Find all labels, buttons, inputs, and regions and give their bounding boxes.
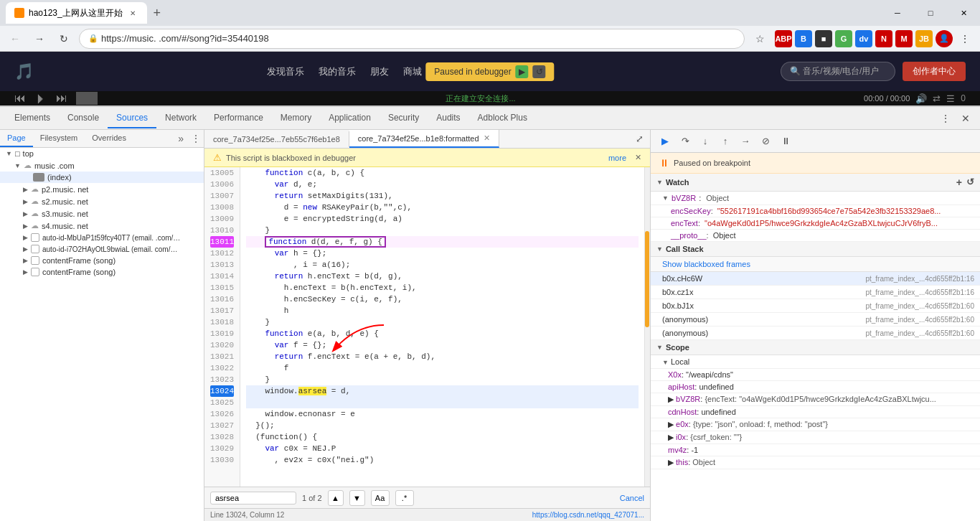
sk-bvz8r-expand[interactable]: ▶ (668, 395, 674, 403)
rt-pause-btn[interactable]: ▶ (656, 133, 674, 150)
search-next-btn[interactable]: ▼ (349, 490, 365, 506)
tab-close-button[interactable]: ✕ (127, 7, 138, 19)
scope-section-header[interactable]: ▼ Scope (651, 340, 980, 355)
sk-e0x-expand[interactable]: ▶ (668, 420, 674, 428)
watch-add-icon[interactable]: + (956, 177, 962, 188)
back-button[interactable]: ← (6, 29, 24, 48)
rt-stepout-btn[interactable]: ↑ (717, 133, 734, 150)
rt-step-btn[interactable]: → (737, 133, 754, 150)
watch-refresh-icon[interactable]: ↺ (966, 177, 974, 188)
debugger-resume-btn[interactable]: ▶ (516, 65, 529, 78)
ext-dv[interactable]: dv (855, 30, 872, 47)
watch-expand-bvz8r[interactable]: ▼ bVZ8R: Object (662, 194, 974, 202)
sk-this-expand[interactable]: ▶ (668, 458, 674, 466)
ext-n[interactable]: N (875, 30, 892, 47)
tab-security[interactable]: Security (380, 108, 428, 128)
player-shuffle[interactable]: ⇄ (933, 93, 941, 104)
ext-g[interactable]: G (835, 30, 852, 47)
tree-item-index[interactable]: (index) (0, 172, 204, 183)
tab-performance[interactable]: Performance (205, 108, 272, 128)
ext-jb[interactable]: JB (915, 30, 933, 47)
tab-adblock[interactable]: Adblock Plus (469, 108, 536, 128)
forward-button[interactable]: → (30, 29, 49, 48)
minimize-button[interactable]: ─ (881, 0, 914, 26)
tree-item-auto2[interactable]: ▶ auto-id-i7O2HAyOtL9bwiaL (email. com/… (0, 243, 204, 255)
site-search-box[interactable]: 🔍 音乐/视频/电台/用户 (781, 62, 895, 81)
left-tab-overrides[interactable]: Overrides (85, 130, 133, 147)
tab-audits[interactable]: Audits (428, 108, 468, 128)
source-tab-2[interactable]: core_7a734ef25e...b1e8:formatted ✕ (349, 130, 499, 148)
create-center-btn[interactable]: 创作者中心 (903, 62, 966, 81)
rt-stepover-btn[interactable]: ↷ (677, 133, 694, 150)
rt-stepinto-btn[interactable]: ↓ (697, 133, 714, 150)
tab-console[interactable]: Console (59, 108, 108, 128)
tab-sources[interactable]: Sources (108, 108, 156, 128)
tree-item-s4[interactable]: ▶ ☁ s4.music. net (0, 220, 204, 232)
tree-item-p2[interactable]: ▶ ☁ p2.music. net (0, 183, 204, 195)
tree-item-s2[interactable]: ▶ ☁ s2.music. net (0, 195, 204, 207)
cs-item-3[interactable]: b0x.bJ1x pt_frame_index_...4cd655ff2b1:6… (651, 299, 980, 313)
search-input[interactable] (210, 492, 296, 504)
code-lines[interactable]: function c(a, b, c) { var d, e; return s… (240, 167, 644, 487)
warning-more-link[interactable]: more (608, 154, 626, 162)
tab-network[interactable]: Network (156, 108, 205, 128)
player-vol[interactable]: 🔊 (915, 93, 927, 104)
tree-item-content1[interactable]: ▶ contentFrame (song) (0, 255, 204, 266)
tree-item-s3[interactable]: ▶ ☁ s3.music. net (0, 207, 204, 220)
url-box[interactable]: 🔒 https://music. .com/#/song?id=35440198 (79, 29, 745, 49)
prev-btn[interactable]: ⏮ (14, 92, 26, 105)
search-case-btn[interactable]: Aa (371, 490, 390, 506)
maximize-button[interactable]: □ (914, 0, 947, 26)
show-blackboxed-btn[interactable]: Show blackboxed frames (651, 257, 980, 272)
nav-shop[interactable]: 商城 (403, 65, 422, 78)
source-expand-btn[interactable]: ⤢ (631, 131, 647, 147)
source-tab-2-close[interactable]: ✕ (484, 133, 490, 143)
reload-button[interactable]: ↻ (55, 29, 73, 48)
ext-user[interactable]: 👤 (936, 30, 953, 47)
callstack-section-header[interactable]: ▼ Call Stack (651, 242, 980, 257)
scope-local-header[interactable]: ▼ Local (651, 355, 980, 369)
bookmark-button[interactable]: ☆ (750, 29, 769, 48)
next-btn[interactable]: ⏭ (56, 92, 67, 105)
nav-mymusic[interactable]: 我的音乐 (319, 65, 356, 78)
nav-friends[interactable]: 朋友 (370, 65, 389, 78)
search-regex-btn[interactable]: .* (395, 490, 414, 506)
cs-item-2[interactable]: b0x.cz1x pt_frame_index_...4cd655ff2b1:1… (651, 286, 980, 299)
menu-button[interactable]: ⋮ (956, 29, 974, 48)
cs-item-1[interactable]: b0x.cHc6W pt_frame_index_...4cd655ff2b1:… (651, 272, 980, 286)
ext-m[interactable]: M (895, 30, 913, 47)
tab-application[interactable]: Application (320, 108, 380, 128)
cs-item-4[interactable]: (anonymous) pt_frame_index_...4cd655ff2b… (651, 313, 980, 327)
ext-abp[interactable]: ABP (775, 30, 792, 47)
rt-pause-exceptions-btn[interactable]: ⏸ (777, 133, 794, 150)
tree-item-content2[interactable]: ▶ contentFrame (song) (0, 266, 204, 278)
left-panel-more-btn[interactable]: » ⋮ (174, 130, 204, 147)
tree-item-top[interactable]: ▼ □ top (0, 148, 204, 159)
debugger-step-btn[interactable]: ↺ (533, 65, 546, 78)
ext-r[interactable]: ■ (815, 30, 832, 47)
close-button[interactable]: ✕ (947, 0, 980, 26)
left-tab-filesystem[interactable]: Filesystem (33, 130, 85, 147)
new-tab-button[interactable]: + (147, 3, 167, 23)
tab-elements[interactable]: Elements (6, 108, 59, 128)
devtools-settings-btn[interactable]: ⋮ (937, 110, 954, 127)
rt-deactivate-btn[interactable]: ⊘ (757, 133, 774, 150)
watch-add-btn[interactable]: + ↺ (956, 177, 974, 188)
tab-memory[interactable]: Memory (272, 108, 320, 128)
nav-discover[interactable]: 发现音乐 (267, 65, 304, 78)
ext-b[interactable]: B (795, 30, 812, 47)
left-tab-page[interactable]: Page (0, 130, 33, 147)
active-tab[interactable]: hao123_上网从这里开始 ✕ (6, 2, 147, 24)
watch-section-header[interactable]: ▼ Watch + ↺ (651, 174, 980, 192)
play-btn[interactable]: ⏵ (34, 91, 47, 106)
tree-item-auto1[interactable]: ▶ auto-id-MbUaP1t59fcy40T7 (email. .com/… (0, 232, 204, 243)
cs-item-5[interactable]: (anonymous) pt_frame_index_...4cd655ff2b… (651, 327, 980, 340)
warning-close-btn[interactable]: ✕ (635, 153, 641, 162)
tree-item-music-com[interactable]: ▼ ☁ music .com (0, 159, 204, 172)
search-prev-btn[interactable]: ▲ (328, 490, 344, 506)
devtools-close-btn[interactable]: ✕ (957, 110, 974, 127)
search-cancel-btn[interactable]: Cancel (620, 494, 644, 502)
sk-i0x-expand[interactable]: ▶ (668, 433, 674, 441)
code-scrollbar[interactable] (644, 167, 650, 487)
link-bottom[interactable]: https://blog.csdn.net/qqq_427071... (532, 511, 644, 519)
